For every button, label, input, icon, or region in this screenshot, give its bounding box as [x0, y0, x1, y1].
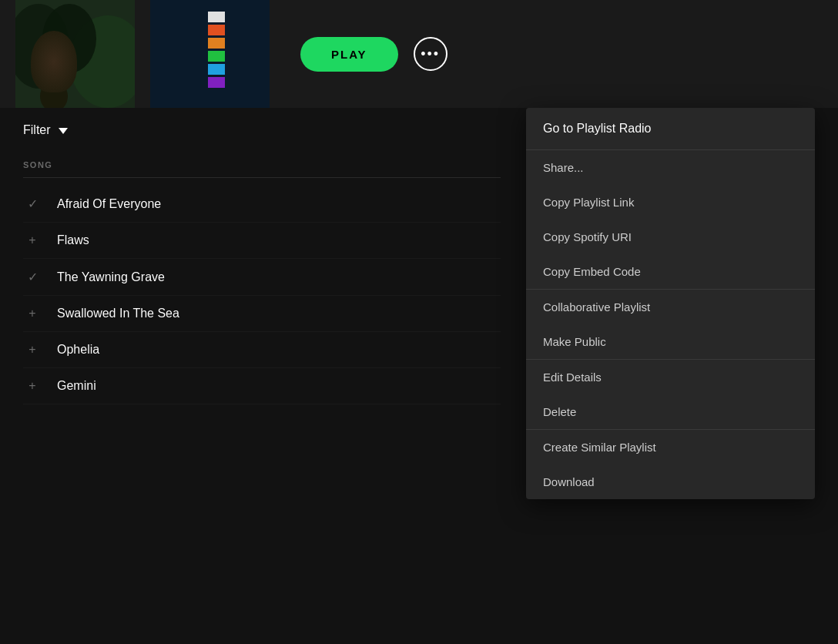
list-item: + Swallowed In The Sea [23, 296, 501, 332]
collaborative-playlist-label: Collaborative Playlist [543, 300, 650, 314]
copy-playlist-link-item[interactable]: Copy Playlist Link [526, 185, 815, 220]
svg-rect-7 [208, 12, 225, 22]
song-title: Ophelia [57, 343, 99, 357]
download-item[interactable]: Download [526, 465, 815, 499]
menu-section-edit: Edit Details Delete [526, 360, 815, 430]
more-dots-icon: ••• [421, 46, 440, 62]
svg-point-5 [46, 75, 62, 91]
create-similar-playlist-label: Create Similar Playlist [543, 441, 656, 454]
list-item: + Ophelia [23, 332, 501, 368]
plus-icon: + [23, 379, 42, 393]
go-to-playlist-radio-label: Go to Playlist Radio [543, 122, 652, 136]
context-menu: Go to Playlist Radio Share... Copy Playl… [526, 108, 815, 499]
filter-arrow-icon [59, 123, 68, 137]
svg-rect-9 [208, 38, 225, 49]
song-title: Gemini [57, 379, 96, 393]
list-item: ✓ Afraid Of Everyone [23, 186, 501, 223]
song-title: Afraid Of Everyone [57, 197, 161, 211]
svg-point-3 [42, 4, 96, 73]
header-area: PLAY ••• [0, 0, 838, 108]
song-list: ✓ Afraid Of Everyone + Flaws ✓ The Yawni… [23, 186, 501, 404]
song-title: The Yawning Grave [57, 270, 165, 284]
play-button[interactable]: PLAY [300, 37, 398, 72]
share-item[interactable]: Share... [526, 150, 815, 185]
go-to-playlist-radio-item[interactable]: Go to Playlist Radio [526, 108, 815, 149]
song-title: Swallowed In The Sea [57, 307, 179, 320]
song-title: Flaws [57, 233, 89, 247]
copy-spotify-uri-label: Copy Spotify URI [543, 230, 632, 243]
check-icon: ✓ [23, 196, 42, 211]
controls-area: PLAY ••• [300, 37, 447, 72]
make-public-item[interactable]: Make Public [526, 324, 815, 359]
delete-item[interactable]: Delete [526, 394, 815, 429]
filter-label-text: Filter [23, 123, 51, 137]
check-icon: ✓ [23, 270, 42, 284]
list-item: + Flaws [23, 223, 501, 259]
album-art-left [15, 0, 135, 108]
edit-details-item[interactable]: Edit Details [526, 360, 815, 394]
edit-details-label: Edit Details [543, 371, 602, 384]
svg-rect-8 [208, 25, 225, 35]
svg-rect-12 [208, 77, 225, 88]
filter-section: Filter [23, 123, 501, 137]
more-options-button[interactable]: ••• [414, 37, 447, 71]
menu-section-collab: Collaborative Playlist Make Public [526, 290, 815, 360]
create-similar-playlist-item[interactable]: Create Similar Playlist [526, 430, 815, 465]
svg-rect-11 [208, 64, 225, 75]
main-content: Filter SONG ✓ Afraid Of Everyone + Flaws… [0, 108, 524, 644]
svg-rect-10 [208, 51, 225, 62]
delete-label: Delete [543, 405, 576, 418]
list-item: + Gemini [23, 368, 501, 404]
copy-embed-code-item[interactable]: Copy Embed Code [526, 254, 815, 289]
share-label: Share... [543, 161, 584, 174]
collaborative-playlist-item[interactable]: Collaborative Playlist [526, 290, 815, 324]
list-item: ✓ The Yawning Grave [23, 259, 501, 296]
copy-embed-code-label: Copy Embed Code [543, 265, 641, 278]
svg-point-4 [40, 81, 68, 108]
copy-spotify-uri-item[interactable]: Copy Spotify URI [526, 220, 815, 254]
plus-icon: + [23, 233, 42, 247]
copy-playlist-link-label: Copy Playlist Link [543, 196, 634, 209]
song-column-header: SONG [23, 153, 501, 178]
download-label: Download [543, 475, 595, 488]
plus-icon: + [23, 307, 42, 320]
album-art-right [150, 0, 270, 108]
plus-icon: + [23, 343, 42, 357]
menu-section-create: Create Similar Playlist Download [526, 430, 815, 499]
menu-section-radio: Go to Playlist Radio [526, 108, 815, 150]
menu-section-share: Share... Copy Playlist Link Copy Spotify… [526, 150, 815, 290]
make-public-label: Make Public [543, 335, 606, 348]
